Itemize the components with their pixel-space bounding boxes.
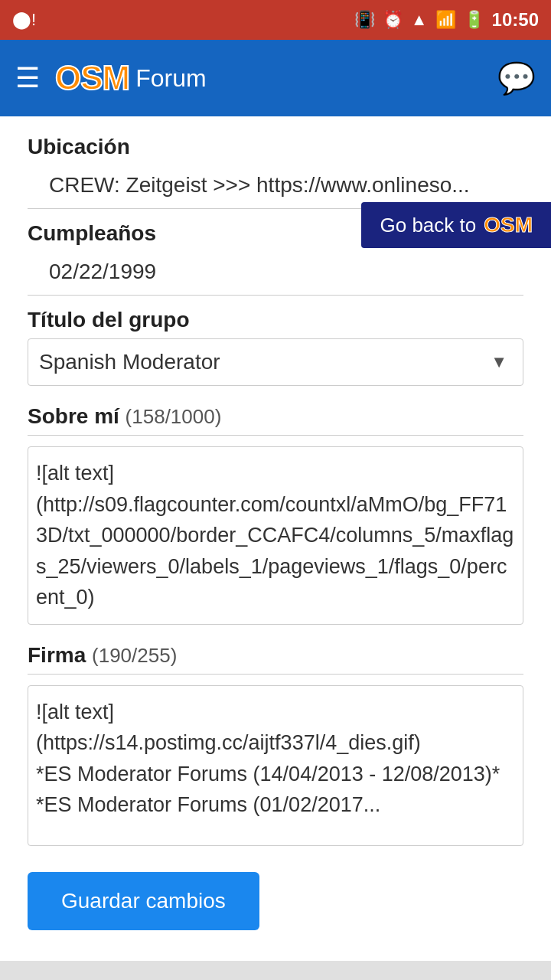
- cumpleanos-value: 02/22/1999: [28, 252, 523, 296]
- chat-icon[interactable]: 💬: [497, 60, 536, 96]
- ubicacion-section: Ubicación CREW: Zeitgeist >>> https://ww…: [28, 135, 523, 209]
- osm-logo: OSM Forum: [55, 59, 207, 97]
- status-right: 📳 ⏰ ▲ 📶 🔋 10:50: [354, 9, 539, 31]
- go-back-banner[interactable]: Go back to OSM: [361, 202, 551, 248]
- signal-icon: 📶: [435, 10, 456, 30]
- go-back-text: Go back to: [380, 214, 476, 237]
- sobre-mi-label: Sobre mí (158/1000): [28, 404, 523, 429]
- notification-icon: ⬤!: [12, 10, 36, 30]
- navbar-left: ☰ OSM Forum: [15, 59, 207, 97]
- alarm-icon: ⏰: [383, 10, 403, 30]
- sobre-mi-textarea[interactable]: ![alt text](http://s09.flagcounter.com/c…: [28, 446, 523, 625]
- titulo-grupo-selected-value: Spanish Moderator: [39, 350, 220, 374]
- titulo-grupo-select[interactable]: Spanish Moderator ▼: [28, 338, 523, 386]
- hamburger-menu-icon[interactable]: ☰: [15, 62, 40, 94]
- firma-section: Firma (190/255) ![alt text](https://s14.…: [28, 643, 523, 846]
- save-button[interactable]: Guardar cambios: [28, 872, 259, 930]
- status-bar: ⬤! 📳 ⏰ ▲ 📶 🔋 10:50: [0, 0, 551, 40]
- wifi-icon: ▲: [411, 10, 428, 30]
- ubicacion-label: Ubicación: [28, 135, 523, 159]
- status-left: ⬤!: [12, 10, 36, 30]
- main-content: Go back to OSM Ubicación CREW: Zeitgeist…: [0, 116, 551, 961]
- status-time: 10:50: [492, 9, 539, 31]
- vibrate-icon: 📳: [354, 10, 375, 30]
- firma-label: Firma (190/255): [28, 643, 523, 668]
- firma-char-count: (190/255): [92, 644, 177, 667]
- titulo-grupo-label: Título del grupo: [28, 308, 523, 332]
- sobre-mi-char-count: (158/1000): [126, 405, 222, 428]
- forum-label: Forum: [135, 64, 206, 93]
- sobre-mi-section: Sobre mí (158/1000) ![alt text](http://s…: [28, 404, 523, 625]
- titulo-grupo-section: Título del grupo Spanish Moderator ▼: [28, 308, 523, 386]
- battery-icon: 🔋: [464, 10, 484, 30]
- navbar: ☰ OSM Forum 💬: [0, 40, 551, 116]
- osm-small-logo: OSM: [484, 213, 533, 237]
- chevron-down-icon: ▼: [491, 352, 507, 372]
- firma-textarea[interactable]: ![alt text](https://s14.postimg.cc/aijtf…: [28, 685, 523, 846]
- osm-logo-text: OSM: [55, 59, 129, 97]
